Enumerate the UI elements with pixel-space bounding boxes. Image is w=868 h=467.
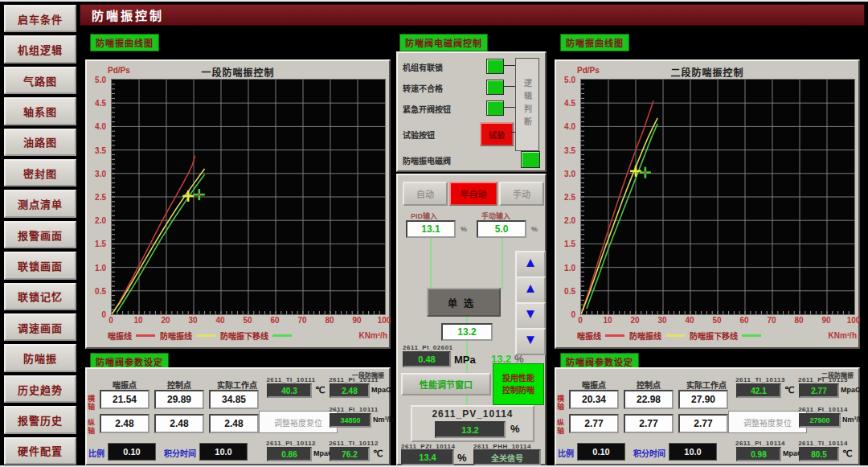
test-button[interactable]: 试验 [480, 122, 514, 146]
sidebar-item-alarm-history[interactable]: 报警历史 [4, 406, 76, 433]
enable-performance-button[interactable]: 投用性能 控制防喘 [493, 363, 544, 405]
sidebar-item-interlock-screen[interactable]: 联锁画面 [4, 252, 76, 279]
sidebar-item-anti-surge[interactable]: 防喘振 [4, 344, 76, 371]
emergency-open-indicator [486, 100, 504, 116]
manual-mode-button[interactable]: 手动 [499, 182, 544, 206]
pi-unit: MpaG [841, 386, 861, 394]
control-point-x[interactable]: 29.89 [154, 390, 204, 409]
y-tick-label: 2.5 [95, 193, 106, 202]
x-tick-label: 80 [319, 316, 340, 325]
y-tick-label: 1.0 [95, 264, 106, 272]
increase-button[interactable]: ▲ [515, 277, 546, 304]
proportional-value[interactable]: 0.10 [108, 443, 156, 461]
stage1-params-panel: 一段防喘振 喘振点 控制点 实际工作点 横轴 21.54 29.89 34.85… [85, 367, 391, 465]
valve-control-panel: 自动 半自动 手动 PID输入 手动输入 13.1 % 5.0 % 单选 ▲ ▲… [396, 174, 547, 465]
suction-pressure-tag: 2611_PI_02601 [403, 344, 453, 351]
surge-curve-plot [111, 79, 386, 315]
pi-readout: 2.77 [799, 383, 839, 398]
integral-value[interactable]: 10.0 [669, 443, 717, 461]
y-tick-label: 1.5 [95, 240, 106, 248]
output-setpoint-value[interactable]: 13.2 [441, 323, 493, 341]
sidebar-item-shaft-diagram[interactable]: 轴系图 [4, 97, 76, 125]
sidebar: 启车条件 机组逻辑 气路图 轴系图 油路图 密封图 测点清单 报警画面 联锁画面… [4, 5, 76, 465]
working-point-header: 实际工作点 [209, 379, 265, 391]
arrow-down-icon: ▼ [524, 332, 538, 347]
decrease-button[interactable]: ▼ [515, 302, 546, 330]
auto-mode-button[interactable]: 自动 [403, 182, 448, 206]
control-point-x[interactable]: 22.98 [624, 390, 674, 409]
x-axis-unit: KNm³/h [358, 331, 387, 340]
x-tick-label: 30 [182, 316, 203, 325]
sidebar-item-point-list[interactable]: 测点清单 [4, 190, 76, 217]
sidebar-item-hardware-config[interactable]: 硬件配置 [4, 437, 76, 465]
pi2-readout: 0.86 [267, 447, 312, 461]
decrease-fast-button[interactable]: ▼ [515, 328, 546, 355]
chart-legend: 喘振线 防喘振线 防喘振下移线 KNm³/h [108, 330, 387, 342]
surge-point-header: 喘振点 [100, 379, 149, 391]
x-tick-label: 50 [706, 316, 727, 325]
sidebar-item-interlock-memory[interactable]: 联锁记忆 [4, 283, 76, 310]
integral-value[interactable]: 10.0 [199, 443, 248, 461]
x-tick-label: 70 [292, 316, 313, 325]
interlock-status-indicator [486, 59, 504, 74]
select-button[interactable]: 单选 [427, 288, 501, 317]
surge-point-x[interactable]: 21.54 [100, 390, 149, 409]
surge-point-y[interactable]: 2.48 [100, 414, 149, 433]
sidebar-item-gas-diagram[interactable]: 气路图 [4, 67, 76, 94]
x-tick-label: 20 [155, 316, 176, 325]
control-point-header: 控制点 [154, 379, 204, 391]
control-point-y[interactable]: 2.77 [624, 414, 674, 433]
increase-fast-button[interactable]: ▲ [515, 251, 546, 278]
valve-tag: 2611_PV_10114 [412, 408, 533, 420]
sidebar-item-seal-diagram[interactable]: 密封图 [4, 159, 76, 186]
pi2-tag: 2611_PI_10114 [731, 440, 789, 447]
pid-input-value[interactable]: 13.1 [406, 220, 456, 238]
valve-unit: % [510, 423, 520, 435]
sidebar-item-history-trend[interactable]: 历史趋势 [4, 375, 76, 403]
working-point-x: 34.85 [209, 390, 259, 409]
interlock-status-label: 机组有联锁 [403, 61, 443, 73]
section-label-left-chart: 防喘振曲线图 [90, 34, 159, 51]
sidebar-item-start-conditions[interactable]: 启车条件 [4, 5, 76, 32]
pi2-tag: 2611_PI_10112 [262, 440, 320, 447]
solenoid-valve-label: 防喘振电磁阀 [403, 154, 451, 166]
semi-auto-mode-button[interactable]: 半自动 [449, 182, 497, 206]
chart-title: 二段防喘振控制 [556, 65, 858, 79]
y-tick-label: 3.0 [564, 170, 575, 178]
y-tick-label: 4.5 [95, 99, 106, 108]
manual-input-value[interactable]: 5.0 [477, 220, 526, 238]
x-axis-ticks: 0102030405060708090100 [111, 316, 386, 326]
y-tick-label: 2.0 [564, 216, 575, 225]
fi-unit: Nm³/h [842, 416, 863, 424]
ti-tag: 2611_TI_10113 [731, 376, 789, 383]
control-point-y[interactable]: 2.48 [154, 414, 204, 433]
speed-status-indicator [486, 80, 504, 95]
surge-point-y[interactable]: 2.77 [569, 414, 619, 433]
legend-label: 喘振线 [108, 330, 132, 342]
speed-status-label: 转速不合格 [403, 82, 443, 94]
legend-item: 防喘振下移线 [220, 330, 292, 342]
performance-window-button[interactable]: 性能调节窗口 [401, 373, 491, 395]
y-tick-label: 5.0 [564, 76, 575, 84]
margin-reset-button[interactable]: 调整裕度复位 [259, 411, 338, 433]
sidebar-item-speed-screen[interactable]: 调速画面 [4, 313, 76, 341]
surge-point-x[interactable]: 20.34 [569, 390, 619, 409]
proportional-value[interactable]: 0.10 [577, 443, 625, 461]
sidebar-item-unit-logic[interactable]: 机组逻辑 [4, 35, 76, 63]
y-axis-ticks: 5.04.54.03.53.02.52.01.51.00.50 [87, 80, 108, 314]
margin-reset-button[interactable]: 调整裕度复位 [728, 411, 807, 433]
connector-line [503, 65, 515, 66]
manual-input-unit: % [531, 225, 538, 233]
y-tick-label: 0.5 [564, 287, 575, 296]
x-tick-label: 10 [128, 316, 149, 325]
stage2-params-panel: 二段防喘振 喘振点 控制点 实际工作点 横轴 20.34 22.98 27.90… [555, 367, 860, 465]
y-axis-ticks: 5.04.54.03.53.02.52.01.51.00.50 [556, 80, 578, 314]
sidebar-item-alarm-screen[interactable]: 报警画面 [4, 221, 76, 248]
integral-label: 积分时间 [633, 447, 665, 459]
fi-readout: 34850 [330, 413, 371, 428]
x-tick-label: 60 [734, 316, 755, 325]
solenoid-valve-indicator [521, 151, 540, 168]
solenoid-control-panel: 机组有联锁 转速不合格 紧急开阀按钮 试验按钮 试验 逻辑判断 防喘振电磁阀 [396, 51, 547, 172]
surge-curve-plot [580, 79, 855, 315]
sidebar-item-oil-diagram[interactable]: 油路图 [4, 129, 76, 156]
